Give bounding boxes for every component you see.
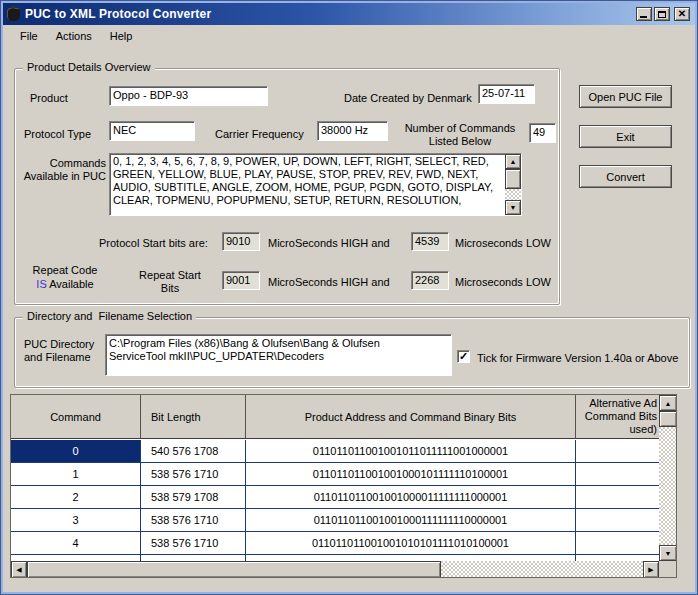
cell-alternative[interactable] xyxy=(576,463,659,486)
product-label: Product xyxy=(30,92,68,104)
protocol-start-bits-label: Protocol Start bits are: xyxy=(99,237,208,249)
header-alternative[interactable]: Alternative Ad Command Bits used) xyxy=(576,395,659,439)
down-arrow-icon: ▼ xyxy=(510,204,517,211)
repeat-start-bits-label: Repeat Start Bits xyxy=(134,269,206,295)
up-arrow-icon: ▲ xyxy=(665,400,672,407)
table-hscroll-track[interactable] xyxy=(441,561,643,578)
microseconds-low-label-1: Microseconds LOW xyxy=(455,237,551,249)
cell-command[interactable]: 4 xyxy=(11,532,141,555)
menu-help[interactable]: Help xyxy=(101,27,142,45)
table-scroll-up-button[interactable]: ▲ xyxy=(659,395,677,411)
table-vscroll-thumb[interactable] xyxy=(659,411,677,427)
firmware-checkbox[interactable]: ✓ xyxy=(457,350,470,363)
num-commands-input[interactable]: 49 xyxy=(529,123,556,143)
repeat-is-word: IS xyxy=(36,278,46,290)
cell-command[interactable]: 2 xyxy=(11,486,141,509)
close-button[interactable]: ✕ xyxy=(674,7,690,21)
minimize-icon xyxy=(640,16,647,18)
scrollbar-corner xyxy=(659,561,677,578)
commands-scrollbar[interactable]: ▲ ▼ xyxy=(505,154,521,215)
repeat-high-value: 9001 xyxy=(222,271,260,290)
protocol-type-input[interactable]: NEC xyxy=(109,121,195,141)
cell-alternative[interactable] xyxy=(576,509,659,532)
scroll-track[interactable] xyxy=(505,189,521,200)
carrier-frequency-input[interactable]: 38000 Hz xyxy=(317,121,388,141)
cell-binary-bits[interactable]: 011011011001001011011111001000001 xyxy=(246,440,576,463)
firmware-checkbox-label: Tick for Firmware Version 1.40a or Above xyxy=(477,352,678,364)
repeat-code-label: Repeat Code IS Available xyxy=(22,263,108,291)
up-arrow-icon: ▲ xyxy=(510,158,517,165)
microseconds-low-label-2: Microseconds LOW xyxy=(455,276,551,288)
repeat-low-value: 2268 xyxy=(411,271,449,290)
table-scroll-right-button[interactable]: ▶ xyxy=(643,561,659,578)
table-horizontal-scrollbar[interactable]: ◀ ▶ xyxy=(11,561,659,578)
puc-directory-input[interactable]: C:\Program Files (x86)\Bang & Olufsen\Ba… xyxy=(105,334,452,376)
maximize-icon xyxy=(658,11,666,18)
start-high-value: 9010 xyxy=(222,232,260,251)
cell-alternative[interactable] xyxy=(576,532,659,555)
title-bar[interactable]: PUC to XML Protocol Converter ✕ xyxy=(3,3,695,25)
cell-bit-length[interactable]: 538 576 1710 xyxy=(141,463,246,486)
table-row[interactable]: 4 538 576 1710 0110110110010010101011110… xyxy=(11,532,659,555)
repeat-available-word: Available xyxy=(49,278,93,290)
cell-binary-bits[interactable]: 011011011001001000111111110000001 xyxy=(246,509,576,532)
open-puc-file-button[interactable]: Open PUC File xyxy=(579,85,672,108)
cell-alternative[interactable] xyxy=(576,440,659,463)
maximize-button[interactable] xyxy=(654,7,670,21)
table-row[interactable]: 2 538 579 1708 0110110110010010000111111… xyxy=(11,486,659,509)
table-row[interactable]: 0 540 576 1708 0110110110010010110111110… xyxy=(11,440,659,463)
num-commands-label: Number of Commands Listed Below xyxy=(392,122,528,148)
carrier-frequency-label: Carrier Frequency xyxy=(215,128,304,140)
scroll-up-button[interactable]: ▲ xyxy=(505,154,521,169)
menu-bar: File Actions Help xyxy=(3,25,695,47)
close-icon: ✕ xyxy=(678,9,686,19)
menu-actions[interactable]: Actions xyxy=(47,27,101,45)
scroll-thumb[interactable] xyxy=(505,169,521,189)
start-low-value: 4539 xyxy=(411,232,449,251)
right-arrow-icon: ▶ xyxy=(648,566,653,573)
cell-command[interactable]: 1 xyxy=(11,463,141,486)
header-command[interactable]: Command xyxy=(11,395,141,439)
microseconds-high-label-1: MicroSeconds HIGH and xyxy=(268,237,390,249)
cell-bit-length[interactable]: 540 576 1708 xyxy=(141,440,246,463)
cell-binary-bits[interactable]: 011011011001001010101111010100001 xyxy=(246,532,576,555)
date-created-label: Date Created by Denmark xyxy=(344,92,472,104)
cell-command[interactable]: 0 xyxy=(11,440,141,463)
convert-button[interactable]: Convert xyxy=(579,165,672,188)
commands-textarea[interactable]: 0, 1, 2, 3, 4, 5, 6, 7, 8, 9, POWER, UP,… xyxy=(109,153,522,216)
cell-binary-bits[interactable]: 011011011001001000101111110100001 xyxy=(246,463,576,486)
scroll-down-button[interactable]: ▼ xyxy=(505,200,521,215)
menu-file[interactable]: File xyxy=(11,27,47,45)
table-scroll-left-button[interactable]: ◀ xyxy=(11,561,27,578)
exit-button[interactable]: Exit xyxy=(579,125,672,148)
date-created-input[interactable]: 25-07-11 xyxy=(478,84,535,104)
cell-bit-length[interactable]: 538 579 1708 xyxy=(141,486,246,509)
cell-command[interactable]: 3 xyxy=(11,509,141,532)
puc-directory-label: PUC Directory and Filename xyxy=(24,338,104,364)
cell-binary-bits[interactable]: 011011011001001000011111111000001 xyxy=(246,486,576,509)
down-arrow-icon: ▼ xyxy=(665,550,672,557)
cell-bit-length[interactable]: 538 576 1710 xyxy=(141,532,246,555)
protocol-type-label: Protocol Type xyxy=(24,128,91,140)
table-vscroll-track[interactable] xyxy=(659,427,677,545)
app-icon[interactable] xyxy=(7,8,20,21)
cell-bit-length[interactable]: 538 576 1710 xyxy=(141,509,246,532)
table-hscroll-thumb[interactable] xyxy=(27,561,441,578)
minimize-button[interactable] xyxy=(636,7,652,21)
directory-legend: Directory and Filename Selection xyxy=(23,310,196,322)
commands-available-label: Commands Available in PUC xyxy=(18,157,106,183)
window-title: PUC to XML Protocol Converter xyxy=(25,7,211,21)
app-window: PUC to XML Protocol Converter ✕ File Act… xyxy=(0,0,698,595)
table-row[interactable]: 1 538 576 1710 0110110110010010001011111… xyxy=(11,463,659,486)
microseconds-high-label-2: MicroSeconds HIGH and xyxy=(268,276,390,288)
header-bit-length[interactable]: Bit Length xyxy=(141,395,246,439)
product-details-legend: Product Details Overview xyxy=(23,61,155,73)
cell-alternative[interactable] xyxy=(576,486,659,509)
left-arrow-icon: ◀ xyxy=(16,566,21,573)
product-input[interactable]: Oppo - BDP-93 xyxy=(109,86,268,106)
command-table: Command Bit Length Product Address and C… xyxy=(10,394,677,578)
table-vertical-scrollbar[interactable]: ▲ ▼ xyxy=(659,395,677,561)
table-row[interactable]: 3 538 576 1710 0110110110010010001111111… xyxy=(11,509,659,532)
header-binary-bits[interactable]: Product Address and Command Binary Bits xyxy=(246,395,576,439)
table-scroll-down-button[interactable]: ▼ xyxy=(659,545,677,561)
